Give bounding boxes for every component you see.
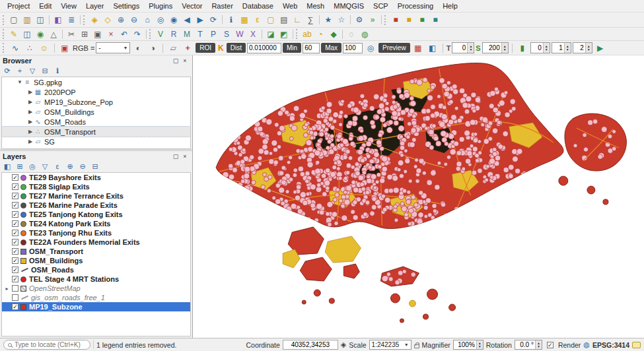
add-delimited-text-button[interactable]: T — [194, 28, 207, 40]
copy-features-button[interactable]: ⊞ — [78, 28, 91, 40]
zoom-next-button[interactable]: ▶ — [194, 14, 207, 26]
map-canvas[interactable] — [193, 55, 644, 338]
rotation-spinbox[interactable]: ▲▼ — [515, 340, 542, 350]
show-bookmarks-button[interactable]: ☆ — [335, 14, 348, 26]
quickmap-services-button[interactable]: ◍ — [358, 28, 371, 40]
browser-item-mp19-subzone-pop[interactable]: ▶▱MP19_Subzone_Pop — [2, 97, 190, 107]
menu-scp[interactable]: SCP — [369, 1, 393, 11]
expand-all-button[interactable]: ⊕ — [65, 162, 75, 172]
spin-arrows-icon[interactable]: ▲▼ — [543, 43, 550, 53]
layer-visibility-checkbox[interactable]: ✓ — [12, 267, 18, 273]
browser-item-te22a-founders-memorial[interactable]: ▶∴TE22A Founders Memorial — [2, 146, 190, 149]
band-green-input[interactable] — [552, 43, 564, 53]
spin-arrows-icon[interactable]: ▲▼ — [501, 43, 508, 53]
menu-raster[interactable]: Raster — [207, 1, 237, 11]
magnifier-input[interactable] — [454, 340, 476, 349]
data-source-manager-button[interactable]: ≣ — [65, 14, 78, 26]
zoom-last-button[interactable]: ◀ — [180, 14, 194, 26]
t-spin-input[interactable] — [452, 43, 467, 53]
band-green-spinbox[interactable]: ▲▼ — [552, 42, 571, 53]
spin-arrows-icon[interactable]: ▲▼ — [467, 43, 474, 53]
layer-row-te28-siglap-exits[interactable]: ✓TE28 Siglap Exits — [2, 182, 190, 191]
undo-button[interactable]: ↶ — [118, 28, 131, 40]
scp-bandset-button[interactable]: ■ — [389, 14, 402, 26]
browser-item-sg-gpkg[interactable]: ▼≡SG.gpkg — [2, 77, 190, 87]
layer-visibility-checkbox[interactable]: ✓ — [12, 183, 18, 190]
select-features-button[interactable]: ▦ — [238, 14, 251, 26]
manage-map-themes-button[interactable]: ◎ — [27, 162, 38, 172]
browser-properties-button[interactable]: ℹ — [52, 66, 63, 76]
zoom-out-button[interactable]: ⊖ — [127, 14, 141, 26]
layer-visibility-checkbox[interactable]: ✓ — [12, 257, 18, 264]
processing-toolbox-button[interactable]: ⚙ — [353, 14, 366, 26]
zoom-in-button[interactable]: ⊕ — [114, 14, 127, 26]
band-red-spinbox[interactable]: ▲▼ — [530, 42, 550, 53]
layer-visibility-checkbox[interactable]: ✓ — [12, 230, 18, 236]
scale-lock-icon[interactable] — [414, 344, 419, 348]
new-project-button[interactable]: ▢ — [7, 14, 20, 26]
locate-input[interactable] — [15, 341, 86, 348]
scp-classification-style-button[interactable]: ◧ — [426, 42, 439, 54]
python-console-button[interactable]: » — [366, 14, 379, 26]
menu-web[interactable]: Web — [278, 1, 302, 11]
layer-row-mp19-subzone[interactable]: ✓MP19_Subzone — [2, 302, 190, 311]
redo-button[interactable]: ↷ — [131, 28, 144, 40]
layer-row-te23-tanjong-rhu-exits[interactable]: ✓TE23 Tanjong Rhu Exits — [2, 228, 190, 238]
band-red-input[interactable] — [531, 43, 543, 53]
layers-float-icon[interactable]: ▢ — [171, 152, 180, 160]
osm-place-search-button[interactable]: ◌ — [345, 28, 358, 40]
layer-row-tel-stage-4-mrt-stations[interactable]: ✓TEL Stage 4 MRT Stations — [2, 274, 190, 284]
layer-visibility-checkbox[interactable] — [12, 285, 18, 292]
layer-visibility-checkbox[interactable]: ✓ — [12, 276, 18, 282]
browser-float-icon[interactable]: ▢ — [171, 57, 180, 65]
menu-database[interactable]: Database — [238, 1, 278, 11]
layer-row-osm-buildings[interactable]: ✓OSM_Buildings — [2, 256, 190, 265]
vertex-tool-button[interactable]: △ — [47, 28, 60, 40]
browser-filter-button[interactable]: ▽ — [27, 66, 38, 76]
layer-labeling-button[interactable]: ab — [301, 28, 314, 40]
map-tips-button[interactable]: ◆ — [327, 28, 340, 40]
measure-line-button[interactable]: ∟ — [291, 14, 304, 26]
layer-visibility-checkbox[interactable]: ✓ — [12, 220, 18, 227]
scp-scatter-plot-button[interactable]: ∴ — [23, 42, 36, 54]
save-project-button[interactable]: ◫ — [34, 14, 47, 26]
layer-row-te22a-founders-memorial-exits[interactable]: ✓TE22A Founders Memorial Exits — [2, 238, 190, 247]
identify-features-button[interactable]: ℹ — [225, 14, 238, 26]
scp-download-products-button[interactable]: ■ — [415, 14, 429, 26]
scp-working-toolbar-button[interactable]: ■ — [402, 14, 415, 26]
scp-classification-button[interactable]: ■ — [429, 14, 442, 26]
layers-close-icon[interactable]: × — [180, 152, 190, 160]
save-layer-edits-button[interactable]: ◫ — [20, 28, 34, 40]
layer-visibility-checkbox[interactable]: ✓ — [12, 202, 18, 208]
add-postgis-layer-button[interactable]: P — [207, 28, 220, 40]
spin-arrows-icon[interactable]: ▲▼ — [585, 43, 592, 53]
scp-stretch-cumulative-button[interactable]: ◐ — [131, 42, 145, 54]
layer-visibility-checkbox[interactable]: ✓ — [12, 174, 18, 181]
menu-edit[interactable]: Edit — [34, 1, 56, 11]
filter-by-expression-button[interactable]: ε — [52, 162, 63, 172]
browser-item-2020pop[interactable]: ▶▦2020POP — [2, 87, 190, 97]
menu-layer[interactable]: Layer — [81, 1, 109, 11]
scp-roi-polygon-button[interactable]: ▱ — [166, 42, 180, 54]
dist-input[interactable] — [247, 43, 281, 53]
browser-close-icon[interactable]: × — [180, 57, 190, 65]
deselect-features-button[interactable]: ▢ — [264, 14, 277, 26]
menu-mmqgis[interactable]: MMQGIS — [329, 1, 369, 11]
add-mesh-layer-button[interactable]: M — [180, 28, 194, 40]
scp-roi-region-growing-button[interactable]: + — [181, 42, 194, 54]
open-project-button[interactable]: ▥ — [20, 14, 34, 26]
pan-map-button[interactable]: ◈ — [88, 14, 101, 26]
scp-rgb-check-button[interactable]: ▦ — [411, 42, 425, 54]
min-input[interactable] — [303, 43, 320, 53]
cut-features-button[interactable]: ✂ — [65, 28, 78, 40]
paste-features-button[interactable]: ▣ — [91, 28, 104, 40]
layer-diagram-button[interactable]: ◔ — [314, 28, 327, 40]
layer-row-te29-bayshore-exits[interactable]: ✓TE29 Bayshore Exits — [2, 173, 190, 182]
menu-help[interactable]: Help — [438, 1, 462, 11]
coordinate-input[interactable] — [283, 340, 338, 350]
layer-visibility-checkbox[interactable]: ✓ — [12, 193, 18, 199]
pan-to-selection-button[interactable]: ◇ — [101, 14, 114, 26]
collapse-all-button[interactable]: ⊖ — [77, 162, 88, 172]
new-shapefile-button[interactable]: ◩ — [277, 28, 291, 40]
crs-label[interactable]: EPSG:3414 — [592, 341, 629, 349]
